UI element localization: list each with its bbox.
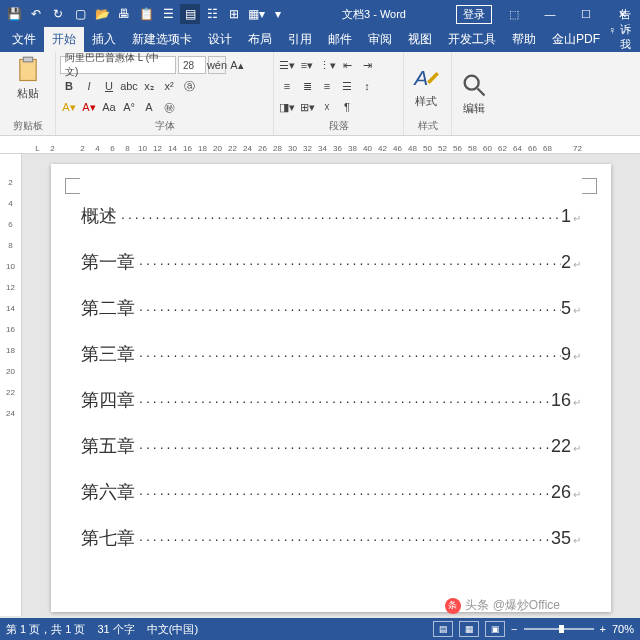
styles-button[interactable]: A 样式 [408, 62, 444, 111]
zoom-slider[interactable] [524, 628, 594, 630]
show-marks-icon[interactable]: ¶ [338, 98, 356, 116]
tell-me-icon[interactable]: ♀ [608, 24, 616, 36]
view-print-icon[interactable]: ▦ [459, 621, 479, 637]
toc-line[interactable]: 第三章·····································… [81, 342, 581, 366]
more-icon[interactable]: ▦▾ [246, 4, 266, 24]
char-shading-icon[interactable]: Aa [100, 98, 118, 116]
enclose-icon[interactable]: ㊙ [160, 98, 178, 116]
login-button[interactable]: 登录 [456, 5, 492, 24]
font-size-select[interactable]: 28 [178, 56, 206, 74]
tab-help[interactable]: 帮助 [504, 27, 544, 52]
undo-icon[interactable]: ↶ [26, 4, 46, 24]
shading-icon[interactable]: ◨▾ [278, 98, 296, 116]
toc-line[interactable]: 第六章·····································… [81, 480, 581, 504]
toc-line[interactable]: 第五章·····································… [81, 434, 581, 458]
toc-line[interactable]: 第七章·····································… [81, 526, 581, 550]
text-effect-icon[interactable]: ⓐ [180, 77, 198, 95]
tab-custom[interactable]: 新建选项卡 [124, 27, 200, 52]
multilevel-icon[interactable]: ⋮▾ [318, 56, 336, 74]
group-paragraph: ☰▾ ≡▾ ⋮▾ ⇤ ⇥ ≡ ≣ ≡ ☰ ↕ ◨▾ ⊞▾ ☓ ¶ [274, 52, 404, 135]
paste-button[interactable]: 粘贴 [10, 54, 46, 103]
zoom-out-button[interactable]: − [511, 623, 517, 635]
document-area[interactable]: 概述······································… [22, 154, 640, 616]
align-center-icon[interactable]: ≣ [298, 77, 316, 95]
wen-icon[interactable]: wén [208, 56, 226, 74]
maximize-icon[interactable]: ☐ [568, 0, 604, 28]
tab-review[interactable]: 审阅 [360, 27, 400, 52]
bold-button[interactable]: B [60, 77, 78, 95]
status-wordcount[interactable]: 31 个字 [97, 622, 134, 637]
borders-icon[interactable]: ⊞▾ [298, 98, 316, 116]
clear-format-icon[interactable]: A° [120, 98, 138, 116]
font-name-select[interactable]: 阿里巴巴普惠体 L (中文) [60, 56, 176, 74]
numbering-icon[interactable]: ≡▾ [298, 56, 316, 74]
quick-access-toolbar: 💾 ↶ ↻ ▢ 📂 🖶 📋 ☰ ▤ ☷ ⊞ ▦▾ ▾ [0, 4, 292, 24]
zoom-in-button[interactable]: + [600, 623, 606, 635]
toc-line[interactable]: 第四章·····································… [81, 388, 581, 412]
ribbon-options-icon[interactable]: ⬚ [496, 0, 532, 28]
form-icon[interactable]: ☰ [158, 4, 178, 24]
strike-button[interactable]: abc [120, 77, 138, 95]
tab-home[interactable]: 开始 [44, 27, 84, 52]
print-icon[interactable]: 🖶 [114, 4, 134, 24]
line-spacing-icon[interactable]: ↕ [358, 77, 376, 95]
grow-font-icon[interactable]: A▴ [228, 56, 246, 74]
toc-line[interactable]: 第二章·····································… [81, 296, 581, 320]
save-icon[interactable]: 💾 [4, 4, 24, 24]
tab-insert[interactable]: 插入 [84, 27, 124, 52]
group-clipboard: 粘贴 剪贴板 [0, 52, 56, 135]
italic-button[interactable]: I [80, 77, 98, 95]
workspace: 24681012141618202224 概述·················… [0, 154, 640, 616]
toc-leader: ········································… [135, 301, 561, 317]
view-read-icon[interactable]: ▤ [433, 621, 453, 637]
page[interactable]: 概述······································… [51, 164, 611, 612]
tab-references[interactable]: 引用 [280, 27, 320, 52]
align-left-icon[interactable]: ≡ [278, 77, 296, 95]
clipboard-icon [14, 56, 42, 84]
vertical-ruler[interactable]: 24681012141618202224 [0, 154, 22, 616]
reading-icon[interactable]: ▤ [180, 4, 200, 24]
align-right-icon[interactable]: ≡ [318, 77, 336, 95]
toc-icon[interactable]: ☷ [202, 4, 222, 24]
view-web-icon[interactable]: ▣ [485, 621, 505, 637]
bullets-icon[interactable]: ☰▾ [278, 56, 296, 74]
superscript-button[interactable]: x² [160, 77, 178, 95]
new-icon[interactable]: ▢ [70, 4, 90, 24]
font-color-icon[interactable]: A▾ [80, 98, 98, 116]
editing-button[interactable]: 编辑 [456, 69, 492, 118]
toc-title: 第七章 [81, 526, 135, 550]
indent-icon[interactable]: ⇥ [358, 56, 376, 74]
tab-layout[interactable]: 布局 [240, 27, 280, 52]
tell-me-button[interactable]: 告诉我 [620, 7, 631, 52]
zoom-level[interactable]: 70% [612, 623, 634, 635]
sort-icon[interactable]: ☓ [318, 98, 336, 116]
tab-mailings[interactable]: 邮件 [320, 27, 360, 52]
table-icon[interactable]: ⊞ [224, 4, 244, 24]
status-language[interactable]: 中文(中国) [147, 622, 198, 637]
horizontal-ruler[interactable]: L224681012141618202224262830323436384042… [0, 136, 640, 154]
tab-developer[interactable]: 开发工具 [440, 27, 504, 52]
paste-icon[interactable]: 📋 [136, 4, 156, 24]
phonetic-icon[interactable]: A [140, 98, 158, 116]
qat-dropdown-icon[interactable]: ▾ [268, 4, 288, 24]
outdent-icon[interactable]: ⇤ [338, 56, 356, 74]
toc-title: 第四章 [81, 388, 135, 412]
redo-icon[interactable]: ↻ [48, 4, 68, 24]
status-page[interactable]: 第 1 页，共 1 页 [6, 622, 85, 637]
title-bar: 💾 ↶ ↻ ▢ 📂 🖶 📋 ☰ ▤ ☷ ⊞ ▦▾ ▾ 文档3 - Word 登录… [0, 0, 640, 28]
minimize-icon[interactable]: — [532, 0, 568, 28]
underline-button[interactable]: U [100, 77, 118, 95]
subscript-button[interactable]: x₂ [140, 77, 158, 95]
toc-line[interactable]: 第一章·····································… [81, 250, 581, 274]
highlight-icon[interactable]: A▾ [60, 98, 78, 116]
tab-view[interactable]: 视图 [400, 27, 440, 52]
tab-wps-pdf[interactable]: 金山PDF [544, 27, 608, 52]
tab-design[interactable]: 设计 [200, 27, 240, 52]
toc-line[interactable]: 概述······································… [81, 204, 581, 228]
group-editing: 编辑 [452, 52, 500, 135]
toc-leader: ········································… [135, 531, 551, 547]
open-icon[interactable]: 📂 [92, 4, 112, 24]
justify-icon[interactable]: ☰ [338, 77, 356, 95]
tab-file[interactable]: 文件 [4, 27, 44, 52]
toc-title: 第五章 [81, 434, 135, 458]
